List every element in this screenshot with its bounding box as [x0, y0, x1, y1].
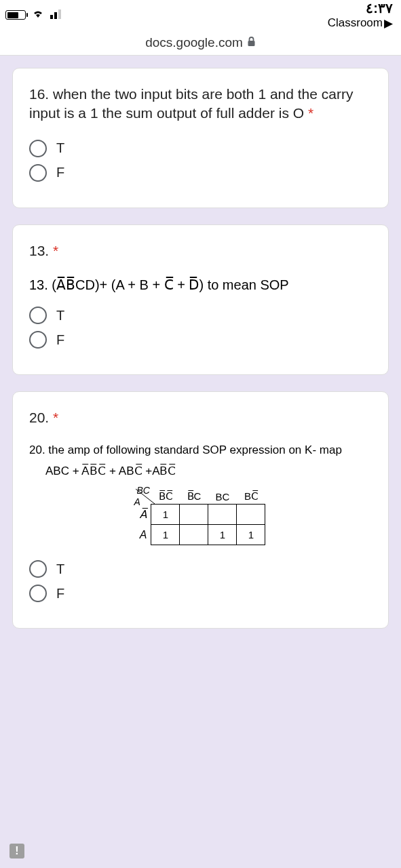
- svg-rect-0: [50, 15, 53, 19]
- svg-rect-2: [58, 9, 61, 19]
- option-label: T: [56, 561, 64, 577]
- kmap-row-1: A: [136, 525, 151, 545]
- q20-text: 20. the amp of following standard SOP ex…: [29, 443, 372, 457]
- status-bar: ٤:٣٧ Classroom ▶: [0, 0, 401, 30]
- option-label: T: [56, 308, 64, 323]
- kmap-col-3: BC̅: [237, 489, 265, 505]
- clock: ٤:٣٧: [328, 0, 393, 16]
- status-left: [5, 8, 65, 22]
- kmap-cell: [208, 505, 237, 525]
- svg-rect-1: [54, 12, 57, 19]
- wifi-icon: [31, 8, 45, 22]
- q20-expression: ABC + A̅B̅C̅ + ABC̅ +AB̅C̅: [29, 464, 372, 478]
- question-card-13: 13. * 13. (A̅B̅CD)+ (A + B + C̅ + D̅) to…: [12, 224, 389, 375]
- kmap-cell: 1: [208, 525, 237, 545]
- q13-expression: 13. (A̅B̅CD)+ (A + B + C̅ + D̅) to mean …: [29, 277, 372, 293]
- question-title: 20. *: [29, 408, 372, 427]
- kmap-corner-a: A: [134, 496, 140, 507]
- kmap-corner-bc: BC: [137, 485, 150, 496]
- form-content: 16. when the two input bits are both 1 a…: [0, 56, 401, 629]
- question-card-16: 16. when the two input bits are both 1 a…: [12, 68, 389, 208]
- radio-option-t[interactable]: T: [29, 140, 372, 157]
- radio-option-f[interactable]: F: [29, 331, 372, 349]
- url-bar[interactable]: docs.google.com: [0, 30, 401, 56]
- kmap-cell: 1: [151, 505, 180, 525]
- signal-icon: [50, 8, 65, 22]
- option-label: F: [56, 332, 64, 348]
- q20-title: 20.: [29, 410, 49, 425]
- kmap-col-2: BC: [208, 489, 237, 505]
- radio-option-t[interactable]: T: [29, 560, 372, 578]
- option-label: F: [56, 586, 64, 601]
- required-star: *: [53, 410, 58, 425]
- required-star: *: [308, 105, 313, 121]
- kmap-col-1: B̅C: [180, 489, 208, 505]
- q13-title: 13.: [29, 243, 49, 258]
- radio-icon: [29, 140, 47, 157]
- kmap-cell: [180, 525, 208, 545]
- battery-icon: [5, 10, 26, 20]
- lock-icon: [247, 35, 256, 50]
- radio-option-f[interactable]: F: [29, 585, 372, 602]
- back-to-app[interactable]: Classroom ▶: [328, 16, 393, 31]
- radio-icon: [29, 307, 47, 324]
- radio-icon: [29, 331, 47, 349]
- svg-rect-3: [248, 41, 254, 46]
- radio-option-t[interactable]: T: [29, 307, 372, 324]
- radio-option-f[interactable]: F: [29, 164, 372, 182]
- play-icon: ▶: [384, 16, 393, 31]
- radio-icon: [29, 164, 47, 182]
- kmap-row-0: A̅: [136, 505, 151, 525]
- required-star: *: [53, 243, 58, 258]
- status-right: ٤:٣٧ Classroom ▶: [328, 0, 393, 31]
- question-card-20: 20. * 20. the amp of following standard …: [12, 391, 389, 629]
- kmap-cell: 1: [151, 525, 180, 545]
- radio-icon: [29, 560, 47, 578]
- app-name-label: Classroom: [328, 16, 383, 30]
- option-label: T: [56, 140, 64, 156]
- kmap-image: BC A B̅C̅ B̅C BC BC̅ A̅ 1: [29, 489, 372, 545]
- kmap-cell: [237, 505, 265, 525]
- question-title: 13. *: [29, 241, 372, 260]
- kmap-cell: 1: [237, 525, 265, 545]
- url-text: docs.google.com: [145, 35, 243, 50]
- question-title: 16. when the two input bits are both 1 a…: [29, 85, 372, 123]
- option-label: F: [56, 165, 64, 180]
- kmap-cell: [180, 505, 208, 525]
- error-badge-icon[interactable]: !: [9, 844, 24, 859]
- q16-text: 16. when the two input bits are both 1 a…: [29, 86, 353, 121]
- radio-icon: [29, 585, 47, 602]
